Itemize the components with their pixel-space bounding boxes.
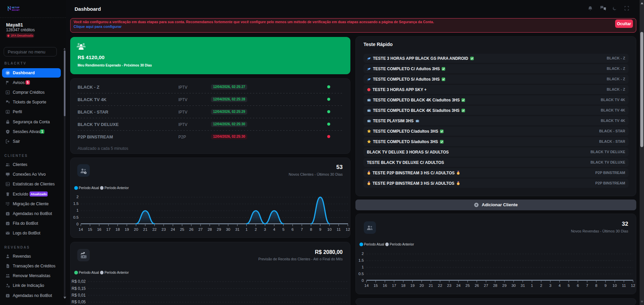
- svg-text:NETVIP: NETVIP: [12, 6, 20, 9]
- svg-text:$: $: [7, 91, 8, 94]
- svg-text:BIGO.NET: BIGO.NET: [12, 9, 19, 11]
